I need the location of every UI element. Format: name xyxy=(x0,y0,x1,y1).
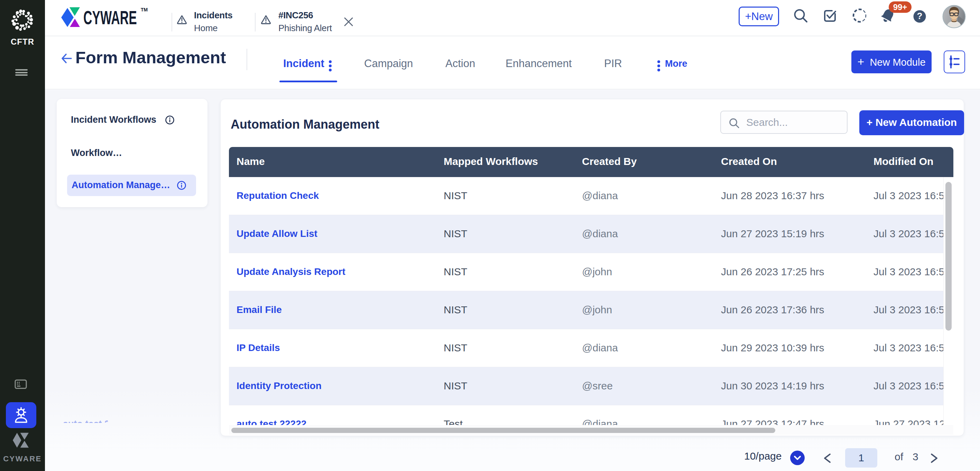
svg-text:?: ? xyxy=(917,11,923,21)
